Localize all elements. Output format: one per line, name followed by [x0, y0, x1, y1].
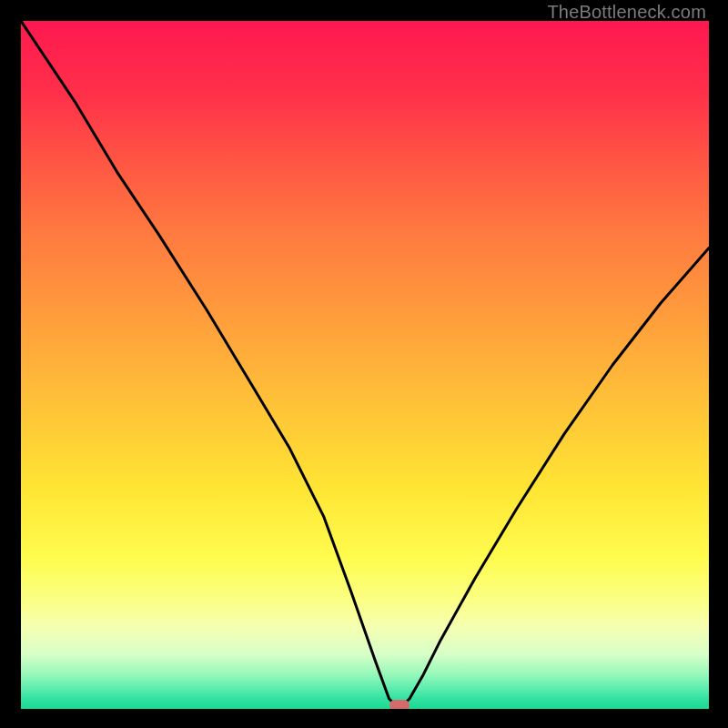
optimal-marker	[389, 700, 410, 709]
plot-area	[21, 21, 709, 709]
bottleneck-curve	[21, 21, 709, 709]
chart-frame: TheBottleneck.com	[0, 0, 728, 728]
watermark-text: TheBottleneck.com	[547, 2, 706, 23]
